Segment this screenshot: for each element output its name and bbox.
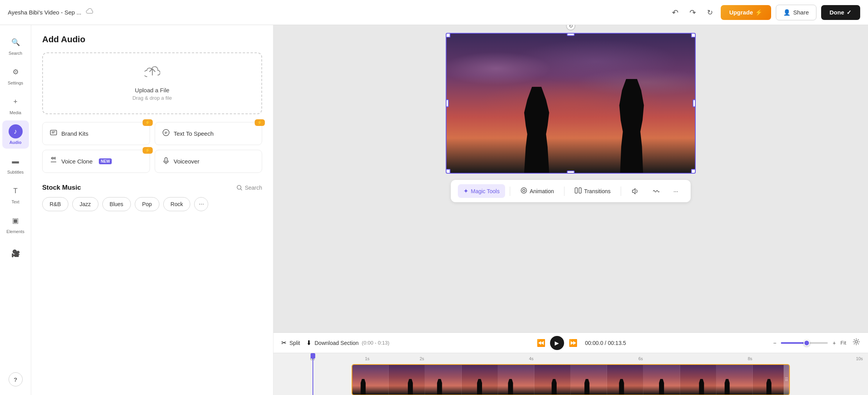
rewind-button[interactable]: ⏪ <box>535 337 547 349</box>
share-button[interactable]: 👤 Share <box>776 5 816 20</box>
magic-tools-button[interactable]: ✦ Magic Tools <box>458 184 505 198</box>
ruler-10s: 10s <box>856 356 863 361</box>
sidebar-item-elements[interactable]: ▣ Elements <box>2 210 29 238</box>
undo-button[interactable]: ↶ <box>669 6 682 19</box>
edge-handle-top[interactable] <box>567 33 575 36</box>
track-thumb-11 <box>716 365 753 395</box>
transitions-label: Transitions <box>584 188 611 194</box>
animation-label: Animation <box>530 188 554 194</box>
svg-rect-2 <box>51 157 52 159</box>
sidebar-item-subtitles[interactable]: ▬ Subtitles <box>2 150 29 178</box>
play-button[interactable]: ▶ <box>550 336 564 350</box>
genre-pop[interactable]: Pop <box>135 197 159 211</box>
svg-rect-9 <box>575 188 577 193</box>
edge-handle-right[interactable] <box>693 99 696 107</box>
fast-forward-button[interactable]: ⏩ <box>567 337 579 349</box>
redo-button[interactable]: ↷ <box>686 6 699 19</box>
toolbar-sep-2 <box>564 187 564 196</box>
upload-box[interactable]: Upload a File Drag & drop a file <box>42 52 262 114</box>
lightning-icon: ⚡ <box>755 9 763 16</box>
voice-clone-new-badge: NEW <box>99 158 112 164</box>
stock-music-search[interactable]: Search <box>236 185 262 191</box>
voice-clone-icon <box>50 156 57 166</box>
sidebar-search-label: Search <box>9 51 22 56</box>
sidebar-elements-label: Elements <box>7 229 25 234</box>
upgrade-button[interactable]: Upgrade ⚡ <box>721 5 772 20</box>
sidebar-item-settings[interactable]: ⚙ Settings <box>2 61 29 89</box>
ruler-1s: 1s <box>365 356 370 361</box>
svg-rect-0 <box>50 130 57 135</box>
voice-clone-card[interactable]: Voice Clone NEW ⚡ <box>42 150 150 173</box>
panel-title: Add Audio <box>42 34 262 45</box>
playback-group: ⏪ ▶ ⏩ <box>535 336 579 350</box>
sidebar-item-media[interactable]: + Media <box>2 91 29 119</box>
timeline-settings-button[interactable] <box>852 338 860 348</box>
download-group: ⬇ Download Section (0:00 - 0:13) <box>306 339 389 347</box>
time-total: 00:13.5 <box>608 340 626 346</box>
subtitles-icon: ▬ <box>9 154 23 168</box>
svg-rect-3 <box>52 157 53 160</box>
genre-jazz[interactable]: Jazz <box>72 197 98 211</box>
track-thumb-9 <box>643 365 680 395</box>
animation-icon <box>520 187 527 195</box>
text-to-speech-card[interactable]: Text To Speech ⚡ <box>155 122 263 145</box>
zoom-slider[interactable] <box>781 342 828 344</box>
done-button[interactable]: Done ✓ <box>821 5 861 20</box>
transitions-button[interactable]: Transitions <box>569 184 616 198</box>
zoom-in-button[interactable]: + <box>831 338 837 348</box>
ruler-6s: 6s <box>638 356 643 361</box>
track-thumb-8 <box>607 365 643 395</box>
brand-kits-badge: ⚡ <box>143 119 153 126</box>
track-thumb-1 <box>352 365 389 395</box>
rotate-button[interactable]: ↻ <box>704 7 716 18</box>
video-cam-icon: 🎥 <box>9 246 23 260</box>
svg-rect-5 <box>55 157 55 160</box>
edge-handle-bottom[interactable] <box>567 171 575 174</box>
edge-handle-left[interactable] <box>446 99 449 107</box>
genre-rnb[interactable]: R&B <box>42 197 68 211</box>
search-icon: 🔍 <box>9 35 23 49</box>
ruler-8s: 8s <box>748 356 752 361</box>
brand-kits-card[interactable]: Brand Kits ⚡ <box>42 122 150 145</box>
voiceover-card[interactable]: Voiceover <box>155 150 263 173</box>
track-handle-right[interactable]: ⠿ <box>784 365 789 395</box>
svg-point-8 <box>523 189 525 192</box>
transitions-icon <box>575 187 582 195</box>
more-icon: ··· <box>673 188 678 194</box>
video-canvas <box>446 33 696 174</box>
corner-handle-bl[interactable] <box>446 169 450 174</box>
text-icon: T <box>9 184 23 198</box>
track-thumb-10 <box>680 365 716 395</box>
sidebar-item-video-cam[interactable]: 🎥 <box>2 242 29 264</box>
zoom-slider-thumb <box>804 340 810 346</box>
time-display: 00:00.0 / 00:13.5 <box>585 340 626 346</box>
timeline-track[interactable]: ⠿ <box>352 364 790 395</box>
genre-pills: R&B Jazz Blues Pop Rock ··· <box>42 197 262 211</box>
help-icon: ? <box>9 372 23 386</box>
sidebar-item-help[interactable]: ? <box>2 368 29 390</box>
corner-handle-tl[interactable] <box>446 33 450 38</box>
genre-blues[interactable]: Blues <box>102 197 131 211</box>
audio-wave-button[interactable] <box>647 185 665 198</box>
volume-button[interactable] <box>626 185 644 198</box>
upload-subtitle: Drag & drop a file <box>51 95 254 101</box>
animation-button[interactable]: Animation <box>515 184 559 198</box>
zoom-out-button[interactable]: − <box>772 338 778 348</box>
time-separator: / <box>605 340 608 346</box>
genre-more-button[interactable]: ··· <box>194 197 208 211</box>
rotate-handle[interactable]: ↻ <box>566 25 575 31</box>
sidebar-item-audio[interactable]: ♪ Audio <box>2 120 29 149</box>
corner-handle-br[interactable] <box>691 169 696 174</box>
download-icon: ⬇ <box>306 339 311 347</box>
split-label: Split <box>289 340 300 346</box>
upload-icon <box>51 66 254 83</box>
playhead[interactable] <box>313 353 313 395</box>
sidebar-item-text[interactable]: T Text <box>2 180 29 208</box>
corner-handle-tr[interactable] <box>691 33 696 38</box>
split-group: ✂ Split <box>281 339 300 347</box>
brand-kits-label: Brand Kits <box>61 130 88 137</box>
sidebar-item-search[interactable]: 🔍 Search <box>2 31 29 59</box>
more-options-button[interactable]: ··· <box>668 185 684 198</box>
download-range: (0:00 - 0:13) <box>362 340 389 346</box>
genre-rock[interactable]: Rock <box>163 197 191 211</box>
